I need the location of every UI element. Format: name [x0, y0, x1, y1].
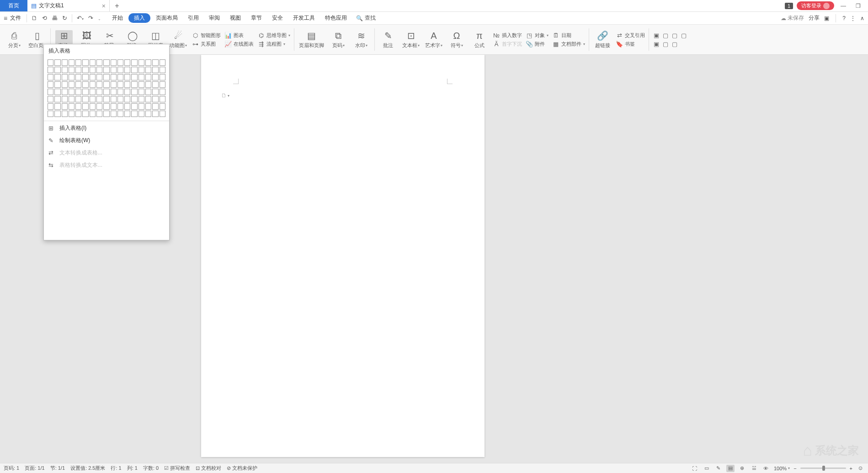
view-eye-icon[interactable]: 👁	[762, 465, 770, 472]
grid-cell[interactable]	[62, 111, 68, 117]
grid-cell[interactable]	[111, 111, 117, 117]
grid-cell[interactable]	[54, 81, 60, 88]
ribbon-watermark[interactable]: ≋水印▾	[352, 30, 370, 49]
grid-cell[interactable]	[90, 74, 96, 80]
ribbon-insert-num[interactable]: №插入数字	[493, 32, 522, 39]
grid-cell[interactable]	[96, 96, 102, 102]
grid-cell[interactable]	[138, 59, 144, 66]
grid-cell[interactable]	[160, 59, 166, 66]
grid-cell[interactable]	[117, 67, 123, 73]
grid-cell[interactable]	[69, 103, 75, 110]
grid-cell[interactable]	[111, 96, 117, 102]
grid-cell[interactable]	[152, 67, 158, 73]
ribbon-func-chart[interactable]: ☄功能图▾	[170, 30, 187, 49]
grid-cell[interactable]	[111, 59, 117, 66]
grid-cell[interactable]	[103, 67, 109, 73]
grid-cell[interactable]	[54, 103, 60, 110]
help-icon[interactable]: ?	[842, 15, 846, 21]
grid-cell[interactable]	[138, 96, 144, 102]
view-fullscreen-icon[interactable]: ⛶	[691, 465, 699, 472]
grid-cell[interactable]	[48, 103, 53, 110]
grid-cell[interactable]	[90, 59, 96, 66]
ribbon-flowchart[interactable]: ⇶流程图▾	[257, 41, 290, 48]
grid-cell[interactable]	[152, 59, 158, 66]
ribbon-chart[interactable]: 📊图表	[224, 32, 254, 39]
view-edit-icon[interactable]: ✎	[714, 465, 723, 472]
menu-tab-section[interactable]: 章节	[246, 13, 266, 23]
close-tab-icon[interactable]: ×	[102, 2, 106, 10]
grid-cell[interactable]	[62, 81, 68, 88]
menu-tab-security[interactable]: 安全	[267, 13, 288, 23]
ribbon-cross-ref[interactable]: ⇄交叉引用	[616, 32, 645, 39]
grid-cell[interactable]	[96, 59, 102, 66]
grid-cell[interactable]	[111, 89, 117, 95]
view-page-icon[interactable]: ▤	[726, 465, 735, 472]
grid-cell[interactable]	[48, 67, 53, 73]
grid-cell[interactable]	[160, 111, 166, 117]
menu-file[interactable]: 文件	[10, 14, 21, 22]
grid-cell[interactable]	[160, 103, 166, 110]
grid-cell[interactable]	[48, 111, 53, 117]
grid-cell[interactable]	[62, 74, 68, 80]
grid-cell[interactable]	[103, 81, 109, 88]
status-section[interactable]: 节: 1/1	[50, 465, 65, 472]
grid-cell[interactable]	[124, 103, 130, 110]
grid-cell[interactable]	[48, 74, 53, 80]
grid-cell[interactable]	[145, 59, 151, 66]
grid-cell[interactable]	[82, 103, 88, 110]
view-outline-icon[interactable]: ☱	[750, 465, 758, 472]
ribbon-bookmark[interactable]: 🔖书签	[616, 41, 645, 48]
status-col[interactable]: 列: 1	[127, 465, 138, 472]
grid-cell[interactable]	[145, 89, 151, 95]
grid-cell[interactable]	[117, 81, 123, 88]
grid-cell[interactable]	[103, 96, 109, 102]
zoom-fit-icon[interactable]: ⊙	[856, 465, 864, 472]
search-command[interactable]: 🔍查找	[356, 14, 376, 22]
page-anchor-icon[interactable]: 🗋 ▾	[221, 92, 229, 99]
grid-cell[interactable]	[103, 74, 109, 80]
grid-cell[interactable]	[69, 89, 75, 95]
qat-undo-icon[interactable]: ↶▾	[75, 15, 85, 21]
ribbon-comment[interactable]: ✎批注	[379, 30, 397, 49]
grid-cell[interactable]	[69, 81, 75, 88]
grid-cell[interactable]	[48, 59, 53, 66]
grid-cell[interactable]	[103, 89, 109, 95]
grid-cell[interactable]	[138, 89, 144, 95]
menu-tab-refs[interactable]: 引用	[183, 13, 203, 23]
grid-cell[interactable]	[54, 96, 60, 102]
grid-cell[interactable]	[62, 96, 68, 102]
menu-tab-review[interactable]: 审阅	[204, 13, 224, 23]
notification-badge[interactable]: 1	[785, 3, 793, 9]
grid-cell[interactable]	[75, 59, 81, 66]
add-tab-button[interactable]: +	[110, 0, 124, 11]
grid-cell[interactable]	[103, 59, 109, 66]
ribbon-doc-parts[interactable]: ▦文档部件▾	[552, 41, 585, 48]
grid-cell[interactable]	[138, 103, 144, 110]
grid-cell[interactable]	[82, 74, 88, 80]
grid-cell[interactable]	[124, 111, 130, 117]
grid-cell[interactable]	[75, 111, 81, 117]
grid-cell[interactable]	[131, 111, 137, 117]
grid-cell[interactable]	[90, 103, 96, 110]
grid-cell[interactable]	[82, 81, 88, 88]
status-words[interactable]: 字数: 0	[143, 465, 159, 472]
status-spell[interactable]: ☑ 拼写检查	[164, 465, 190, 472]
menu-tab-start[interactable]: 开始	[107, 13, 128, 23]
grid-cell[interactable]	[75, 96, 81, 102]
ribbon-symbol[interactable]: Ω符号▾	[448, 30, 465, 49]
grid-cell[interactable]	[62, 59, 68, 66]
grid-cell[interactable]	[90, 81, 96, 88]
grid-cell[interactable]	[96, 81, 102, 88]
grid-cell[interactable]	[124, 59, 130, 66]
grid-cell[interactable]	[54, 89, 60, 95]
cloud-status[interactable]: ☁未保存	[781, 14, 804, 22]
ribbon-page-break[interactable]: ⎙分页▾	[5, 30, 23, 49]
table-size-grid[interactable]	[47, 58, 166, 118]
grid-cell[interactable]	[69, 67, 75, 73]
ribbon-online-chart[interactable]: 📈在线图表	[224, 41, 254, 48]
grid-cell[interactable]	[124, 81, 130, 88]
grid-cell[interactable]	[54, 111, 60, 117]
status-page-num[interactable]: 页码: 1	[4, 465, 19, 472]
grid-cell[interactable]	[111, 81, 117, 88]
status-proof[interactable]: ⊡ 文档校对	[196, 465, 221, 472]
